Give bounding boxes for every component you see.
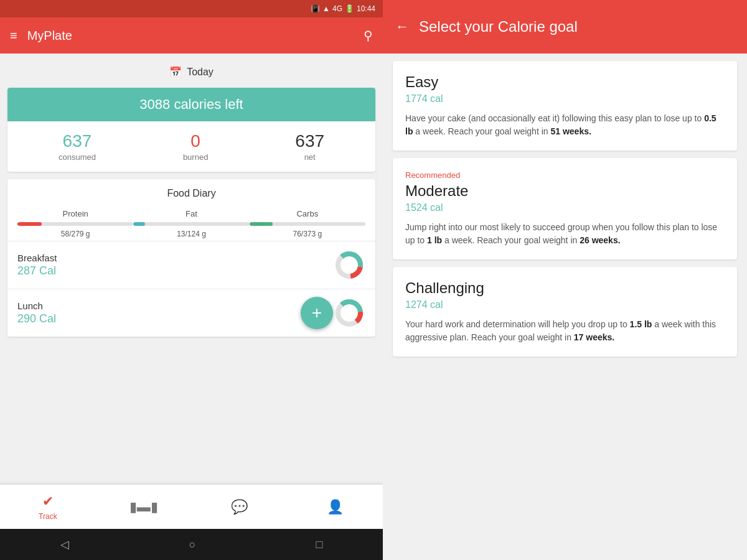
- protein-macro: Protein 58/279 g: [17, 209, 133, 238]
- burned-value: 0: [183, 131, 208, 151]
- goal-easy-cal: 1774 cal: [405, 93, 725, 105]
- android-nav: ◁ ○ □: [0, 529, 383, 560]
- calories-left-text: 3088 calories left: [139, 96, 243, 112]
- protein-value: 58/279 g: [17, 230, 133, 238]
- right-panel: ← Select your Calorie goal Easy 1774 cal…: [383, 0, 747, 560]
- back-button[interactable]: ◁: [60, 538, 69, 551]
- date-header: 📅 Today: [7, 61, 375, 80]
- time-display: 10:44: [357, 4, 375, 13]
- net-value: 637: [295, 131, 324, 151]
- consumed-stat: 637 consumed: [59, 131, 96, 162]
- breakfast-cal: 287 Cal: [17, 264, 333, 278]
- left-panel: 📳 ▲ 4G 🔋 10:44 ≡ MyPlate ⚲ 📅 Today 3088 …: [0, 0, 383, 560]
- profile-icon: 👤: [327, 499, 344, 515]
- lunch-donut: [333, 297, 365, 329]
- breakfast-donut: [333, 249, 365, 281]
- left-content: 📅 Today 3088 calories left 637 consumed …: [0, 54, 383, 484]
- date-label: Today: [187, 67, 214, 78]
- hamburger-icon[interactable]: ≡: [10, 29, 17, 43]
- vibrate-icon: 📳: [311, 4, 320, 13]
- goal-moderate-desc: Jump right into our most likely to succe…: [405, 221, 725, 247]
- status-icons: 📳 ▲ 4G 🔋 10:44: [311, 4, 375, 13]
- macros-row: Protein 58/279 g Fat 13/124 g Carbs: [7, 204, 375, 241]
- lunch-row[interactable]: Lunch 290 Cal +: [7, 289, 375, 337]
- carbs-macro: Carbs 76/373 g: [250, 209, 365, 238]
- recents-button[interactable]: □: [316, 538, 323, 551]
- protein-fill: [17, 222, 42, 226]
- track-icon: ✔: [42, 493, 54, 510]
- net-label: net: [295, 152, 324, 162]
- calendar-icon: 📅: [169, 66, 182, 78]
- protein-bar: [17, 222, 133, 226]
- consumed-value: 637: [59, 131, 96, 151]
- fat-macro: Fat 13/124 g: [133, 209, 249, 238]
- fat-fill: [133, 222, 145, 226]
- carbs-bar: [250, 222, 365, 226]
- breakfast-info: Breakfast 287 Cal: [17, 253, 333, 278]
- chat-icon: 💬: [231, 499, 248, 515]
- goal-card-challenging[interactable]: Challenging 1274 cal Your hard work and …: [393, 267, 737, 357]
- calories-stats: 637 consumed 0 burned 637 net: [7, 121, 375, 172]
- goal-easy-desc: Have your cake (and occasionally eat it)…: [405, 112, 725, 138]
- right-content: Easy 1774 cal Have your cake (and occasi…: [383, 54, 747, 560]
- app-title: MyPlate: [27, 29, 354, 43]
- goal-card-easy[interactable]: Easy 1774 cal Have your cake (and occasi…: [393, 61, 737, 151]
- fat-label: Fat: [133, 209, 249, 218]
- lunch-name: Lunch: [17, 301, 301, 311]
- net-stat: 637 net: [295, 131, 324, 162]
- goal-challenging-cal: 1274 cal: [405, 299, 725, 310]
- food-diary-title: Food Diary: [7, 179, 375, 204]
- carbs-label: Carbs: [250, 209, 365, 218]
- fat-bar: [133, 222, 249, 226]
- goal-challenging-desc: Your hard work and determination will he…: [405, 318, 725, 344]
- burned-stat: 0 burned: [183, 131, 208, 162]
- carbs-fill: [250, 222, 273, 226]
- lunch-info: Lunch 290 Cal: [17, 301, 301, 325]
- nav-chart[interactable]: ▮▬▮: [96, 499, 192, 515]
- app-bar: ≡ MyPlate ⚲: [0, 17, 383, 54]
- right-app-bar: ← Select your Calorie goal: [383, 0, 747, 54]
- nav-track[interactable]: ✔ Track: [0, 493, 96, 521]
- data-icon: 4G: [332, 4, 342, 13]
- burned-label: burned: [183, 152, 208, 162]
- svg-point-3: [343, 259, 355, 271]
- goal-moderate-title: Moderate: [405, 182, 725, 200]
- svg-point-7: [343, 307, 355, 319]
- calories-card: 3088 calories left 637 consumed 0 burned…: [7, 88, 375, 172]
- goal-easy-title: Easy: [405, 73, 725, 91]
- goal-challenging-title: Challenging: [405, 279, 725, 297]
- add-meal-button[interactable]: +: [301, 297, 333, 329]
- fat-value: 13/124 g: [133, 230, 249, 238]
- calories-bar: 3088 calories left: [7, 88, 375, 121]
- goal-card-moderate[interactable]: Recommended Moderate 1524 cal Jump right…: [393, 158, 737, 259]
- breakfast-name: Breakfast: [17, 253, 333, 263]
- track-label: Track: [39, 512, 57, 521]
- lunch-cal: 290 Cal: [17, 312, 301, 325]
- home-button[interactable]: ○: [189, 538, 196, 551]
- chart-icon: ▮▬▮: [129, 499, 158, 515]
- protein-label: Protein: [17, 209, 133, 218]
- nav-chat[interactable]: 💬: [192, 499, 288, 515]
- status-bar: 📳 ▲ 4G 🔋 10:44: [0, 0, 383, 17]
- carbs-value: 76/373 g: [250, 230, 365, 238]
- search-icon[interactable]: ⚲: [364, 28, 373, 43]
- right-title: Select your Calorie goal: [419, 18, 578, 35]
- bottom-nav: ✔ Track ▮▬▮ 💬 👤: [0, 484, 383, 529]
- battery-icon: 🔋: [345, 4, 354, 13]
- nav-profile[interactable]: 👤: [287, 499, 383, 515]
- back-icon[interactable]: ←: [395, 19, 409, 35]
- signal-icon: ▲: [322, 4, 330, 13]
- goal-moderate-cal: 1524 cal: [405, 202, 725, 213]
- food-diary-card: Food Diary Protein 58/279 g Fat 13/12: [7, 179, 375, 337]
- recommended-badge: Recommended: [405, 170, 725, 180]
- consumed-label: consumed: [59, 152, 96, 162]
- plus-icon: +: [312, 304, 322, 322]
- breakfast-row[interactable]: Breakfast 287 Cal: [7, 241, 375, 289]
